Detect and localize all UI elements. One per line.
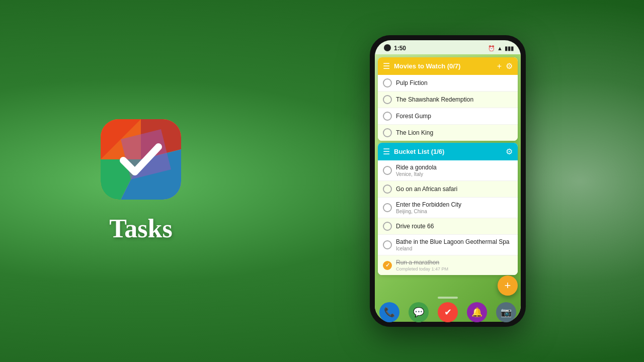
bucket-list-header: ☰ Bucket List (1/6) ⚙ [378,143,518,160]
list-item: Pulp Fiction [378,75,518,92]
bucket-item-title-1: Ride a gondola [396,164,513,171]
item-checkbox-2[interactable] [383,95,392,104]
phone-screen: 1:50 ⏰ ▲ ▮▮▮ ☰ Movies to Watch (0/7) + [375,40,521,322]
list-item: The Lion King [378,125,518,141]
bucket-item-subtitle-1: Venice, Italy [396,171,513,177]
list-item: Enter the Forbidden City Beijing, China [378,198,518,218]
list-item: Drive route 66 [378,218,518,235]
movies-list-actions: + ⚙ [497,61,513,71]
bucket-item-content-4: Drive route 66 [396,223,513,230]
status-icons: ⏰ ▲ ▮▮▮ [488,45,514,52]
nav-tasks-icon[interactable]: ✔ [438,302,458,322]
list-item-completed: Run a marathon Completed today 1:47 PM [378,255,518,275]
signal-icon: ▮▮▮ [505,45,514,52]
item-content-3: Forest Gump [396,113,513,120]
item-checkbox-4[interactable] [383,128,392,137]
item-title-3: Forest Gump [396,113,513,120]
bottom-nav: 📞 💬 ✔ 🔔 📷 [375,298,521,322]
list-item: Forest Gump [378,108,518,125]
bucket-checkbox-3[interactable] [383,203,392,212]
bucket-item-title-5: Bathe in the Blue Lagoon Geothermal Spa [396,238,513,245]
nav-phone-icon[interactable]: 📞 [379,302,399,322]
item-content-2: The Shawshank Redemption [396,96,513,103]
nav-bell-icon[interactable]: 🔔 [467,302,487,322]
phone-frame: 1:50 ⏰ ▲ ▮▮▮ ☰ Movies to Watch (0/7) + [370,35,526,327]
bucket-item-title-4: Drive route 66 [396,223,513,230]
movies-list-title: Movies to Watch (0/7) [394,62,493,70]
bucket-settings-button[interactable]: ⚙ [506,147,513,156]
movies-list-icon: ☰ [383,61,390,71]
wifi-icon: ▲ [497,45,503,51]
bucket-list-actions: ⚙ [506,147,513,156]
bucket-item-title-3: Enter the Forbidden City [396,201,513,208]
list-item: Go on an African safari [378,181,518,198]
nav-messages-icon[interactable]: 💬 [409,302,429,322]
bucket-item-title-2: Go on an African safari [396,186,513,193]
bucket-checkbox-2[interactable] [383,185,392,194]
bucket-item-content-3: Enter the Forbidden City Beijing, China [396,201,513,214]
alarm-icon: ⏰ [488,45,495,52]
fab-button[interactable]: + [498,276,518,296]
bucket-item-content-5: Bathe in the Blue Lagoon Geothermal Spa … [396,238,513,251]
bucket-item-subtitle-5: Iceland [396,246,513,251]
movies-settings-button[interactable]: ⚙ [506,61,513,71]
app-icon [101,119,181,200]
item-content-4: The Lion King [396,129,513,136]
nav-camera-icon[interactable]: 📷 [496,302,516,322]
movies-list-card: ☰ Movies to Watch (0/7) + ⚙ Pulp Fiction [378,57,518,141]
status-bar: 1:50 ⏰ ▲ ▮▮▮ [375,40,521,54]
movies-list-header: ☰ Movies to Watch (0/7) + ⚙ [378,57,518,75]
bucket-checkbox-4[interactable] [383,222,392,231]
bucket-item-content-1: Ride a gondola Venice, Italy [396,164,513,177]
left-section: Tasks [0,119,252,243]
bucket-checkbox-1[interactable] [383,166,392,175]
bucket-checkbox-6[interactable] [383,261,392,270]
list-item: Bathe in the Blue Lagoon Geothermal Spa … [378,235,518,255]
bucket-list-title: Bucket List (1/6) [394,148,502,155]
right-section: 1:50 ⏰ ▲ ▮▮▮ ☰ Movies to Watch (0/7) + [252,35,644,327]
item-content-1: Pulp Fiction [396,79,513,86]
bucket-item-subtitle-3: Beijing, China [396,209,513,214]
bucket-list-card: ☰ Bucket List (1/6) ⚙ Ride a gondola Ven… [378,143,518,275]
item-title-2: The Shawshank Redemption [396,96,513,103]
bucket-item-content-6: Run a marathon Completed today 1:47 PM [396,259,513,272]
camera-hole [384,44,391,51]
item-title-4: The Lion King [396,129,513,136]
bucket-item-content-2: Go on an African safari [396,186,513,193]
list-item: Ride a gondola Venice, Italy [378,160,518,181]
bucket-item-subtitle-6: Completed today 1:47 PM [396,266,513,272]
bucket-list-icon: ☰ [383,147,390,156]
bucket-item-title-6: Run a marathon [396,259,513,266]
app-title: Tasks [109,214,172,243]
item-checkbox-3[interactable] [383,112,392,121]
bucket-checkbox-5[interactable] [383,240,392,249]
item-title-1: Pulp Fiction [396,79,513,86]
item-checkbox-1[interactable] [383,78,392,87]
movies-add-button[interactable]: + [497,62,502,71]
status-time: 1:50 [394,45,406,52]
list-item: The Shawshank Redemption [378,92,518,108]
